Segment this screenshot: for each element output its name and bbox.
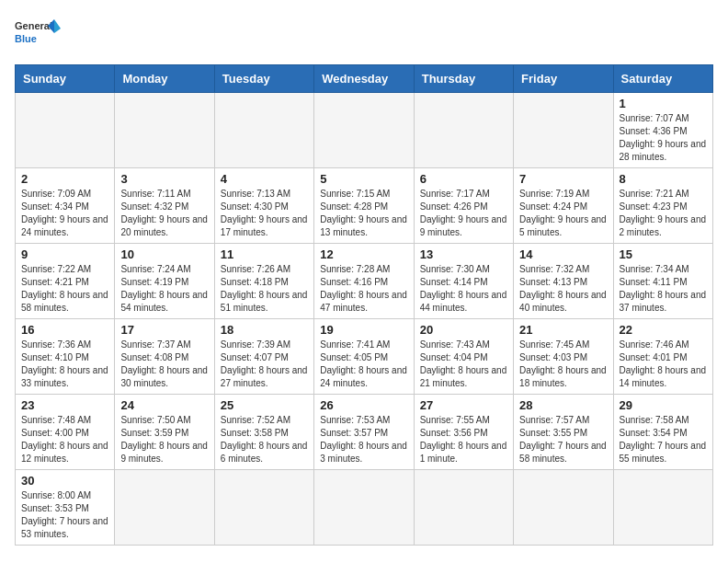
calendar-cell: 25Sunrise: 7:52 AM Sunset: 3:58 PM Dayli… (214, 395, 313, 470)
calendar-cell (115, 470, 214, 546)
day-info: Sunrise: 7:53 AM Sunset: 3:57 PM Dayligh… (320, 414, 407, 465)
day-info: Sunrise: 7:19 AM Sunset: 4:24 PM Dayligh… (519, 188, 607, 239)
day-info: Sunrise: 7:09 AM Sunset: 4:34 PM Dayligh… (21, 188, 108, 239)
day-number: 9 (21, 247, 108, 261)
logo-svg: General Blue (15, 15, 61, 53)
day-info: Sunrise: 7:57 AM Sunset: 3:55 PM Dayligh… (519, 414, 607, 465)
calendar-week-row: 2Sunrise: 7:09 AM Sunset: 4:34 PM Daylig… (16, 168, 713, 244)
calendar-cell: 19Sunrise: 7:41 AM Sunset: 4:05 PM Dayli… (314, 319, 414, 395)
svg-marker-2 (54, 19, 61, 33)
calendar-cell: 12Sunrise: 7:28 AM Sunset: 4:16 PM Dayli… (314, 244, 414, 319)
weekday-header-tuesday: Tuesday (214, 65, 313, 93)
calendar-cell: 14Sunrise: 7:32 AM Sunset: 4:13 PM Dayli… (514, 244, 613, 319)
calendar-cell: 1Sunrise: 7:07 AM Sunset: 4:36 PM Daylig… (613, 93, 712, 168)
day-number: 21 (519, 323, 607, 337)
day-info: Sunrise: 7:34 AM Sunset: 4:11 PM Dayligh… (620, 263, 707, 315)
svg-text:Blue: Blue (15, 33, 37, 44)
calendar-cell: 27Sunrise: 7:55 AM Sunset: 3:56 PM Dayli… (414, 395, 513, 470)
calendar-cell (514, 93, 613, 168)
calendar-cell: 24Sunrise: 7:50 AM Sunset: 3:59 PM Dayli… (115, 395, 214, 470)
day-info: Sunrise: 7:17 AM Sunset: 4:26 PM Dayligh… (420, 188, 507, 239)
calendar-cell: 28Sunrise: 7:57 AM Sunset: 3:55 PM Dayli… (514, 395, 613, 470)
svg-text:General: General (15, 20, 52, 31)
day-info: Sunrise: 7:55 AM Sunset: 3:56 PM Dayligh… (420, 414, 507, 465)
calendar-cell: 3Sunrise: 7:11 AM Sunset: 4:32 PM Daylig… (115, 168, 214, 244)
calendar-cell: 7Sunrise: 7:19 AM Sunset: 4:24 PM Daylig… (514, 168, 613, 244)
day-info: Sunrise: 7:11 AM Sunset: 4:32 PM Dayligh… (120, 188, 208, 239)
day-number: 10 (120, 247, 208, 261)
calendar-cell: 5Sunrise: 7:15 AM Sunset: 4:28 PM Daylig… (314, 168, 414, 244)
calendar-cell: 29Sunrise: 7:58 AM Sunset: 3:54 PM Dayli… (613, 395, 712, 470)
day-number: 29 (620, 398, 707, 412)
weekday-header-wednesday: Wednesday (314, 65, 414, 93)
day-number: 5 (320, 172, 407, 186)
day-number: 26 (320, 398, 407, 412)
calendar-cell: 15Sunrise: 7:34 AM Sunset: 4:11 PM Dayli… (613, 244, 712, 319)
calendar-week-row: 1Sunrise: 7:07 AM Sunset: 4:36 PM Daylig… (16, 93, 713, 168)
calendar-cell: 17Sunrise: 7:37 AM Sunset: 4:08 PM Dayli… (115, 319, 214, 395)
weekday-header-saturday: Saturday (613, 65, 712, 93)
day-number: 8 (620, 172, 707, 186)
day-number: 2 (21, 172, 108, 186)
calendar-cell: 26Sunrise: 7:53 AM Sunset: 3:57 PM Dayli… (314, 395, 414, 470)
calendar-cell (115, 93, 214, 168)
day-number: 30 (21, 474, 108, 488)
calendar-cell (314, 470, 414, 546)
day-info: Sunrise: 7:30 AM Sunset: 4:14 PM Dayligh… (420, 263, 507, 315)
calendar-cell: 22Sunrise: 7:46 AM Sunset: 4:01 PM Dayli… (613, 319, 712, 395)
calendar-header-row: SundayMondayTuesdayWednesdayThursdayFrid… (16, 65, 713, 93)
day-number: 1 (620, 97, 707, 110)
day-number: 27 (420, 398, 507, 412)
calendar-cell (16, 93, 115, 168)
day-info: Sunrise: 7:22 AM Sunset: 4:21 PM Dayligh… (21, 263, 108, 315)
day-info: Sunrise: 7:26 AM Sunset: 4:18 PM Dayligh… (221, 263, 308, 315)
calendar-cell: 11Sunrise: 7:26 AM Sunset: 4:18 PM Dayli… (214, 244, 313, 319)
day-info: Sunrise: 7:21 AM Sunset: 4:23 PM Dayligh… (620, 188, 707, 239)
day-info: Sunrise: 7:32 AM Sunset: 4:13 PM Dayligh… (519, 263, 607, 315)
calendar-cell: 13Sunrise: 7:30 AM Sunset: 4:14 PM Dayli… (414, 244, 513, 319)
calendar-cell (414, 470, 513, 546)
calendar-week-row: 23Sunrise: 7:48 AM Sunset: 4:00 PM Dayli… (16, 395, 713, 470)
weekday-header-monday: Monday (115, 65, 214, 93)
day-info: Sunrise: 7:24 AM Sunset: 4:19 PM Dayligh… (120, 263, 208, 315)
logo: General Blue (15, 15, 61, 53)
calendar-cell (613, 470, 712, 546)
calendar-cell (414, 93, 513, 168)
day-info: Sunrise: 7:48 AM Sunset: 4:00 PM Dayligh… (21, 414, 108, 465)
day-number: 28 (519, 398, 607, 412)
calendar-cell (214, 470, 313, 546)
day-info: Sunrise: 7:52 AM Sunset: 3:58 PM Dayligh… (221, 414, 308, 465)
calendar-cell (514, 470, 613, 546)
day-info: Sunrise: 7:41 AM Sunset: 4:05 PM Dayligh… (320, 339, 407, 390)
day-info: Sunrise: 7:07 AM Sunset: 4:36 PM Dayligh… (620, 112, 707, 164)
calendar-cell: 8Sunrise: 7:21 AM Sunset: 4:23 PM Daylig… (613, 168, 712, 244)
day-info: Sunrise: 7:50 AM Sunset: 3:59 PM Dayligh… (120, 414, 208, 465)
day-info: Sunrise: 7:13 AM Sunset: 4:30 PM Dayligh… (221, 188, 308, 239)
day-number: 22 (620, 323, 707, 337)
day-number: 18 (221, 323, 308, 337)
calendar-cell (214, 93, 313, 168)
day-number: 13 (420, 247, 507, 261)
day-number: 14 (519, 247, 607, 261)
day-number: 7 (519, 172, 607, 186)
day-number: 19 (320, 323, 407, 337)
day-info: Sunrise: 7:45 AM Sunset: 4:03 PM Dayligh… (519, 339, 607, 390)
calendar-cell: 21Sunrise: 7:45 AM Sunset: 4:03 PM Dayli… (514, 319, 613, 395)
calendar-cell: 16Sunrise: 7:36 AM Sunset: 4:10 PM Dayli… (16, 319, 115, 395)
day-number: 23 (21, 398, 108, 412)
calendar-week-row: 16Sunrise: 7:36 AM Sunset: 4:10 PM Dayli… (16, 319, 713, 395)
calendar-cell: 2Sunrise: 7:09 AM Sunset: 4:34 PM Daylig… (16, 168, 115, 244)
page-header: General Blue (15, 15, 713, 53)
calendar-cell (314, 93, 414, 168)
calendar-cell: 18Sunrise: 7:39 AM Sunset: 4:07 PM Dayli… (214, 319, 313, 395)
calendar-cell: 20Sunrise: 7:43 AM Sunset: 4:04 PM Dayli… (414, 319, 513, 395)
day-number: 24 (120, 398, 208, 412)
day-info: Sunrise: 7:39 AM Sunset: 4:07 PM Dayligh… (221, 339, 308, 390)
day-number: 16 (21, 323, 108, 337)
day-info: Sunrise: 7:28 AM Sunset: 4:16 PM Dayligh… (320, 263, 407, 315)
calendar-cell: 30Sunrise: 8:00 AM Sunset: 3:53 PM Dayli… (16, 470, 115, 546)
calendar-week-row: 9Sunrise: 7:22 AM Sunset: 4:21 PM Daylig… (16, 244, 713, 319)
day-number: 6 (420, 172, 507, 186)
calendar-week-row: 30Sunrise: 8:00 AM Sunset: 3:53 PM Dayli… (16, 470, 713, 546)
day-info: Sunrise: 7:43 AM Sunset: 4:04 PM Dayligh… (420, 339, 507, 390)
